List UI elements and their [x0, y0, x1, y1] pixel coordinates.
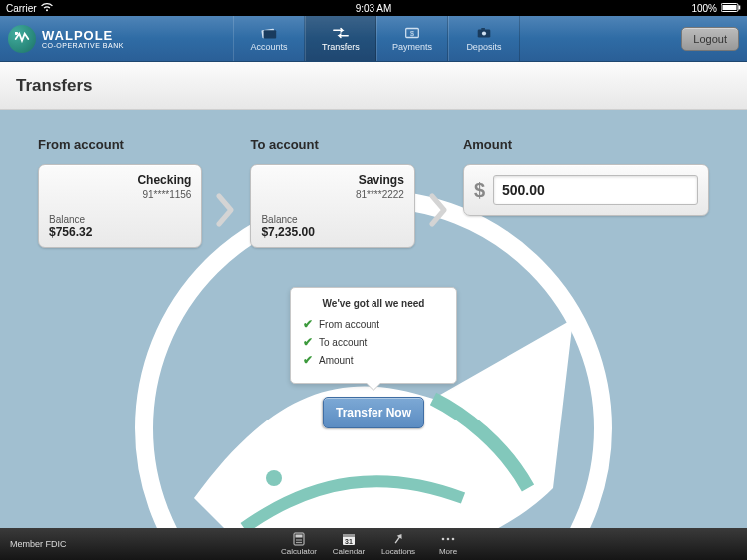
- svg-point-25: [452, 538, 455, 541]
- from-account-heading: From account: [38, 138, 202, 152]
- brand-mark-icon: [8, 25, 36, 53]
- pin-icon: [392, 532, 404, 546]
- svg-point-17: [296, 542, 298, 544]
- chevron-right-icon: [425, 171, 453, 248]
- app-header: WALPOLE CO-OPERATIVE BANK Accounts Trans…: [0, 16, 747, 62]
- confirmation-item: ✔From account: [303, 317, 444, 331]
- footer-calculator[interactable]: Calculator: [276, 532, 322, 556]
- footer-more[interactable]: More: [425, 532, 471, 556]
- confirmation-item: ✔To account: [303, 335, 444, 349]
- from-account-number: 91****1156: [49, 189, 191, 200]
- more-icon: [440, 532, 456, 546]
- nav-accounts-label: Accounts: [250, 42, 287, 52]
- confirmation-item: ✔Amount: [303, 353, 444, 367]
- payments-icon: $: [403, 26, 421, 40]
- calendar-icon: 31: [342, 532, 356, 546]
- transfer-now-button[interactable]: Transfer Now: [323, 397, 424, 428]
- svg-point-8: [482, 31, 486, 35]
- battery-label: 100%: [691, 3, 717, 14]
- amount-card: $: [463, 164, 709, 216]
- nav-accounts[interactable]: Accounts: [233, 16, 305, 61]
- logout-button[interactable]: Logout: [681, 27, 739, 51]
- to-account-number: 81****2222: [261, 189, 403, 200]
- svg-point-18: [298, 542, 300, 544]
- carrier-label: Carrier: [6, 3, 37, 14]
- svg-text:$: $: [410, 28, 414, 37]
- to-balance-value: $7,235.00: [261, 225, 314, 239]
- wifi-icon: [41, 3, 53, 14]
- to-balance-label: Balance: [261, 214, 297, 225]
- from-account-card[interactable]: Checking 91****1156 Balance $756.32: [38, 164, 202, 248]
- brand-name: WALPOLE: [42, 29, 124, 42]
- svg-text:31: 31: [345, 538, 353, 545]
- clock: 9:03 AM: [356, 3, 392, 14]
- amount-heading: Amount: [463, 138, 709, 152]
- svg-point-19: [300, 542, 302, 544]
- nav-deposits-label: Deposits: [466, 42, 501, 52]
- nav-transfers-label: Transfers: [322, 42, 360, 52]
- main-content: From account Checking 91****1156 Balance…: [0, 110, 747, 528]
- camera-icon: [475, 26, 493, 40]
- app-footer: Member FDIC Calculator 31 Calendar Locat…: [0, 528, 747, 560]
- svg-point-24: [447, 538, 450, 541]
- confirmation-popover: We've got all we need ✔From account ✔To …: [290, 287, 457, 384]
- page-title-bar: Transfers: [0, 62, 747, 110]
- status-bar: Carrier 9:03 AM 100%: [0, 0, 747, 16]
- to-account-name: Savings: [261, 173, 403, 187]
- transfers-icon: [332, 26, 350, 40]
- svg-point-16: [300, 539, 302, 541]
- svg-rect-9: [481, 28, 485, 30]
- confirmation-title: We've got all we need: [303, 298, 444, 309]
- nav-payments-label: Payments: [392, 42, 432, 52]
- to-account-card[interactable]: Savings 81****2222 Balance $7,235.00: [250, 164, 414, 248]
- footer-calendar[interactable]: 31 Calendar: [326, 532, 372, 556]
- check-icon: ✔: [303, 335, 313, 349]
- to-account-heading: To account: [250, 138, 414, 152]
- from-balance-value: $756.32: [49, 225, 92, 239]
- svg-point-15: [298, 539, 300, 541]
- member-fdic-label: Member FDIC: [10, 539, 67, 549]
- from-account-name: Checking: [49, 173, 191, 187]
- nav-deposits[interactable]: Deposits: [448, 16, 520, 61]
- svg-rect-1: [723, 5, 737, 10]
- svg-rect-2: [739, 5, 741, 9]
- svg-point-14: [296, 539, 298, 541]
- brand-logo: WALPOLE CO-OPERATIVE BANK: [8, 25, 124, 53]
- check-icon: ✔: [303, 317, 313, 331]
- battery-icon: [721, 3, 741, 14]
- brand-subtitle: CO-OPERATIVE BANK: [42, 42, 124, 49]
- nav-transfers[interactable]: Transfers: [305, 16, 376, 61]
- page-title: Transfers: [16, 76, 93, 96]
- amount-input[interactable]: [493, 175, 698, 205]
- svg-rect-4: [263, 30, 276, 38]
- cards-icon: [260, 26, 278, 40]
- nav-payments[interactable]: $ Payments: [376, 16, 448, 61]
- svg-rect-13: [296, 535, 303, 538]
- dollar-icon: $: [474, 179, 485, 202]
- chevron-right-icon: [212, 171, 240, 248]
- svg-point-11: [266, 470, 282, 486]
- main-nav: Accounts Transfers $ Payments Deposits: [233, 16, 520, 61]
- from-balance-label: Balance: [49, 214, 85, 225]
- footer-locations[interactable]: Locations: [375, 532, 421, 556]
- check-icon: ✔: [303, 353, 313, 367]
- svg-point-23: [442, 538, 445, 541]
- calculator-icon: [293, 532, 305, 546]
